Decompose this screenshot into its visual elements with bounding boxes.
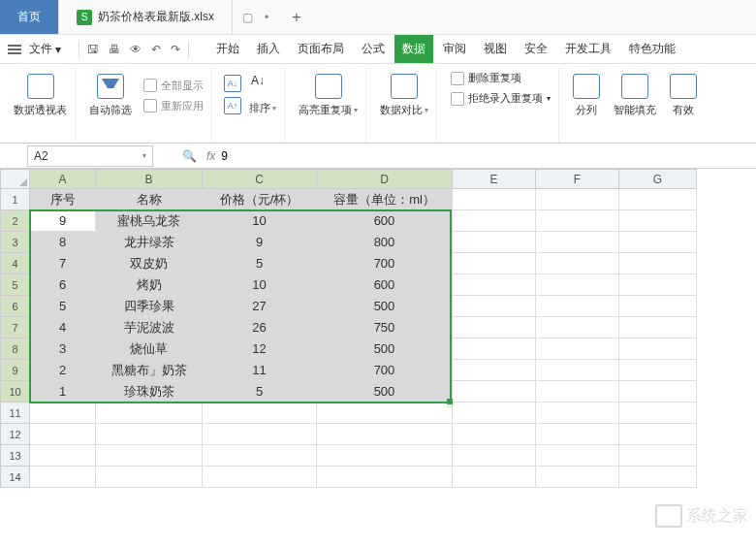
print-icon[interactable]: 🖶 <box>109 43 120 56</box>
cell[interactable] <box>536 296 619 317</box>
row-header[interactable]: 8 <box>1 338 30 360</box>
cell[interactable]: 5 <box>203 381 317 402</box>
cell[interactable] <box>203 467 317 488</box>
cell[interactable] <box>536 467 619 488</box>
cell[interactable]: 容量（单位：ml） <box>317 189 453 210</box>
cell[interactable] <box>619 274 697 296</box>
cell[interactable]: 四季珍果 <box>96 296 203 317</box>
cell[interactable] <box>619 360 697 381</box>
col-header-C[interactable]: C <box>203 170 317 189</box>
name-box[interactable]: A2 ▾ <box>27 145 153 167</box>
cell[interactable] <box>536 189 619 210</box>
cell[interactable] <box>536 232 619 253</box>
cell[interactable] <box>536 317 619 338</box>
cell[interactable] <box>317 424 453 445</box>
cell[interactable] <box>536 402 619 424</box>
row-header[interactable]: 3 <box>1 232 30 253</box>
cell[interactable] <box>453 402 536 424</box>
search-fx-icon[interactable]: 🔍 <box>182 149 197 163</box>
cell[interactable] <box>453 232 536 253</box>
tab-developer[interactable]: 开发工具 <box>557 35 619 63</box>
select-all-corner[interactable] <box>1 170 30 189</box>
reapply-button[interactable]: 重新应用 <box>142 98 205 114</box>
autofilter-button[interactable]: 自动筛选 <box>87 70 134 121</box>
show-all-button[interactable]: 全部显示 <box>142 78 205 94</box>
cell[interactable] <box>536 253 619 274</box>
tab-view[interactable]: 视图 <box>476 35 515 63</box>
row-header[interactable]: 5 <box>1 274 30 296</box>
cell[interactable] <box>619 189 697 210</box>
cell[interactable] <box>30 402 96 424</box>
cell[interactable]: 10 <box>203 274 317 296</box>
cell[interactable]: 烤奶 <box>96 274 203 296</box>
tab-security[interactable]: 安全 <box>517 35 555 63</box>
cell[interactable] <box>453 360 536 381</box>
col-header-E[interactable]: E <box>453 170 536 189</box>
sort-desc-button[interactable]: A↑ <box>224 97 241 115</box>
cell[interactable]: 黑糖布」奶茶 <box>96 360 203 381</box>
row-header[interactable]: 6 <box>1 296 30 317</box>
smart-fill-button[interactable]: 智能填充 <box>612 70 658 121</box>
tab-formula[interactable]: 公式 <box>354 35 393 63</box>
row-header[interactable]: 2 <box>1 210 30 232</box>
reject-duplicates-button[interactable]: 拒绝录入重复项▾ <box>449 90 552 107</box>
cell[interactable] <box>453 424 536 445</box>
row-header[interactable]: 11 <box>1 402 30 424</box>
cell[interactable]: 27 <box>203 296 317 317</box>
cell[interactable] <box>536 424 619 445</box>
cell[interactable]: 3 <box>30 338 96 360</box>
data-compare-button[interactable]: 数据对比▾ <box>378 70 430 121</box>
cell[interactable]: 26 <box>203 317 317 338</box>
tab-data[interactable]: 数据 <box>394 35 433 63</box>
validity-button[interactable]: 有效 <box>668 70 699 121</box>
cell[interactable] <box>203 402 317 424</box>
split-column-button[interactable]: 分列 <box>571 70 602 121</box>
undo-icon[interactable]: ↶ <box>151 43 161 56</box>
cell[interactable] <box>30 467 96 488</box>
cell[interactable] <box>30 445 96 467</box>
row-header[interactable]: 7 <box>1 317 30 338</box>
tab-document[interactable]: S 奶茶价格表最新版.xlsx <box>59 0 233 34</box>
cell[interactable]: 12 <box>203 338 317 360</box>
cell[interactable] <box>453 467 536 488</box>
row-header[interactable]: 14 <box>1 467 30 488</box>
new-tab-button[interactable]: + <box>278 0 314 34</box>
cell[interactable] <box>30 424 96 445</box>
col-header-D[interactable]: D <box>317 170 453 189</box>
row-header[interactable]: 10 <box>1 381 30 402</box>
cell[interactable] <box>453 189 536 210</box>
cell[interactable]: 9 <box>30 210 96 232</box>
row-header[interactable]: 4 <box>1 253 30 274</box>
row-header[interactable]: 9 <box>1 360 30 381</box>
cell[interactable] <box>453 338 536 360</box>
col-header-B[interactable]: B <box>96 170 203 189</box>
print-preview-icon[interactable]: 👁 <box>130 43 142 56</box>
cell[interactable]: 600 <box>317 210 453 232</box>
cell[interactable]: 500 <box>317 296 453 317</box>
save-icon[interactable]: 🖫 <box>87 43 99 56</box>
cell[interactable] <box>619 424 697 445</box>
cell[interactable]: 6 <box>30 274 96 296</box>
cell[interactable] <box>536 274 619 296</box>
tab-review[interactable]: 审阅 <box>435 35 474 63</box>
cell[interactable] <box>619 232 697 253</box>
tab-start[interactable]: 开始 <box>208 35 247 63</box>
cell[interactable]: 9 <box>203 232 317 253</box>
cell[interactable] <box>96 445 203 467</box>
cell[interactable] <box>453 253 536 274</box>
cell[interactable]: 7 <box>30 253 96 274</box>
cell[interactable]: 2 <box>30 360 96 381</box>
cell[interactable]: 1 <box>30 381 96 402</box>
cell[interactable]: 5 <box>203 253 317 274</box>
grid[interactable]: A B C D E F G 1 序号 名称 价格（元/杯） 容量（单位：ml） … <box>0 169 697 488</box>
cell[interactable]: 价格（元/杯） <box>203 189 317 210</box>
formula-input[interactable] <box>215 149 756 163</box>
highlight-duplicates-button[interactable]: 高亮重复项▾ <box>297 70 360 121</box>
tab-page-layout[interactable]: 页面布局 <box>290 35 352 63</box>
cell[interactable] <box>536 338 619 360</box>
cell[interactable] <box>453 274 536 296</box>
cell[interactable] <box>619 467 697 488</box>
cell[interactable] <box>536 445 619 467</box>
cell[interactable]: 4 <box>30 317 96 338</box>
redo-icon[interactable]: ↷ <box>171 43 180 56</box>
